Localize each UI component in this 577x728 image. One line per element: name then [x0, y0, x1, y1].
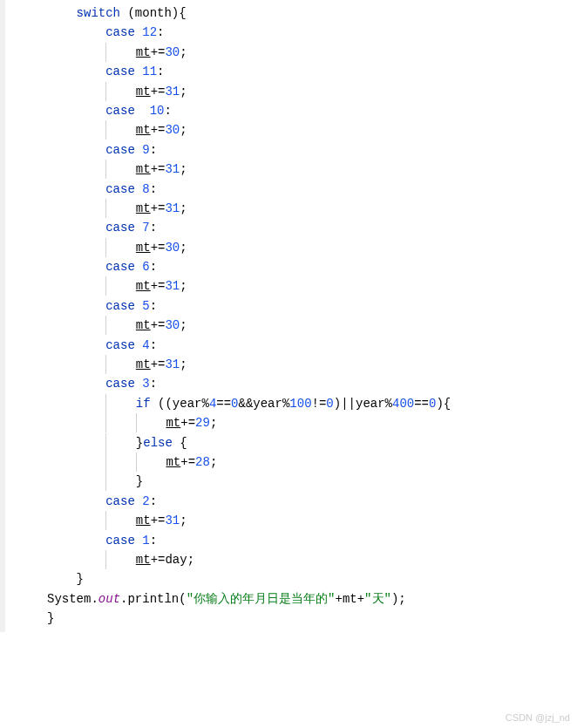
keyword-case: case [105, 338, 135, 352]
code-line: mt+=29; [47, 413, 577, 432]
number-literal: 400 [392, 397, 414, 411]
number-literal: 9 [142, 143, 149, 157]
variable-mt: mt [136, 85, 151, 99]
number-literal: 2 [142, 494, 149, 508]
variable: year [173, 397, 202, 411]
variable: month [135, 6, 172, 20]
code-line: case 10: [47, 101, 577, 120]
code-line: case 6: [47, 257, 577, 276]
code-line: System.out.println("你输入的年月日是当年的"+mt+"天")… [47, 589, 577, 609]
field-out: out [98, 592, 120, 606]
code-line: mt+=31; [47, 82, 577, 101]
code-line: case 9: [47, 140, 577, 160]
code-line: case 12: [47, 23, 577, 42]
number-literal: 30 [165, 241, 180, 255]
code-line: mt+=30; [47, 238, 577, 257]
keyword-switch: switch [77, 6, 120, 20]
keyword-case: case [105, 143, 135, 157]
keyword-case: case [105, 65, 135, 78]
code-line: case 5: [47, 296, 577, 316]
code-line: mt+=30; [47, 316, 577, 335]
code-line: mt+=30; [47, 43, 577, 62]
variable-mt: mt [136, 553, 151, 567]
number-literal: 31 [165, 357, 180, 371]
keyword-if: if [136, 397, 151, 411]
variable-mt: mt [136, 162, 151, 176]
watermark-text: CSDN @jzj_nd [506, 711, 570, 726]
keyword-case: case [105, 299, 135, 313]
string-literal: "天" [364, 592, 391, 606]
code-line: mt+=day; [47, 550, 577, 569]
code-line: mt+=31; [47, 511, 577, 530]
number-literal: 7 [142, 221, 149, 235]
variable-mt: mt [136, 318, 151, 332]
number-literal: 4 [209, 397, 216, 411]
number-literal: 28 [195, 455, 210, 469]
number-literal: 31 [165, 514, 180, 527]
variable: mt [343, 592, 357, 606]
code-line: if ((year%4==0&&year%100!=0)||year%400==… [47, 394, 577, 413]
variable-mt: mt [136, 201, 151, 215]
variable-mt: mt [136, 123, 151, 137]
variable: year [253, 397, 282, 411]
variable-mt: mt [136, 45, 151, 59]
keyword-case: case [105, 25, 135, 39]
code-line: case 3: [47, 374, 577, 393]
number-literal: 31 [165, 279, 180, 293]
keyword-case: case [105, 260, 135, 274]
number-literal: 5 [142, 299, 149, 313]
number-literal: 6 [142, 260, 149, 274]
code-line: case 7: [47, 218, 577, 237]
keyword-case: case [105, 494, 135, 508]
number-literal: 11 [142, 65, 157, 78]
number-literal: 3 [142, 377, 149, 391]
number-literal: 12 [142, 25, 157, 39]
method-println: println [127, 592, 179, 606]
number-literal: 30 [165, 123, 180, 137]
code-line: case 4: [47, 336, 577, 355]
number-literal: 29 [195, 416, 210, 430]
number-literal: 31 [165, 85, 180, 99]
keyword-else: else [143, 436, 173, 450]
number-literal: 4 [142, 338, 149, 352]
code-line: mt+=31; [47, 276, 577, 296]
number-literal: 10 [142, 104, 164, 118]
code-line: case 1: [47, 531, 577, 550]
variable: year [356, 397, 385, 411]
code-line: switch (month){ [47, 3, 577, 23]
variable-mt: mt [136, 241, 151, 255]
code-line: mt+=31; [47, 160, 577, 179]
code-line: mt+=30; [47, 120, 577, 139]
number-literal: 0 [326, 397, 333, 411]
code-line: case 11: [47, 62, 577, 81]
number-literal: 30 [165, 318, 180, 332]
number-literal: 31 [165, 162, 180, 176]
keyword-case: case [105, 182, 135, 196]
keyword-case: case [105, 534, 135, 548]
code-line: }else { [47, 433, 577, 452]
number-literal: 30 [165, 45, 180, 59]
code-line: } [47, 569, 577, 589]
code-line: case 2: [47, 492, 577, 511]
number-literal: 0 [231, 397, 238, 411]
variable-mt: mt [166, 416, 180, 430]
variable: day [165, 553, 187, 567]
variable-mt: mt [136, 279, 151, 293]
variable-mt: mt [136, 357, 151, 371]
class-system: System [47, 592, 91, 606]
string-literal: "你输入的年月日是当年的" [187, 592, 336, 606]
number-literal: 31 [165, 201, 180, 215]
number-literal: 1 [142, 534, 149, 548]
code-line: mt+=31; [47, 355, 577, 374]
number-literal: 100 [289, 397, 311, 411]
code-block: switch (month){ case 12: mt+=30; case 11… [0, 0, 577, 632]
keyword-case: case [105, 377, 135, 391]
keyword-case: case [105, 221, 135, 235]
variable-mt: mt [166, 455, 180, 469]
keyword-case: case [105, 104, 135, 118]
variable-mt: mt [136, 514, 151, 527]
code-line: } [47, 609, 577, 628]
code-line: } [47, 472, 577, 491]
number-literal: 0 [429, 397, 436, 411]
code-line: case 8: [47, 180, 577, 199]
